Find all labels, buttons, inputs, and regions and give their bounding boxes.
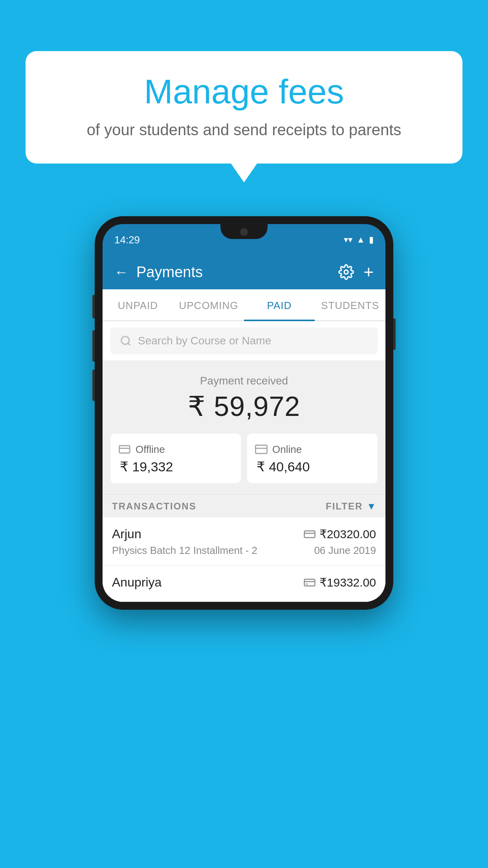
offline-payment-icon <box>304 578 316 587</box>
status-time: 14:29 <box>114 234 140 246</box>
payment-received-label: Payment received <box>110 375 378 387</box>
search-input[interactable]: Search by Course or Name <box>138 335 271 347</box>
offline-label: Offline <box>136 443 165 456</box>
offline-card-label-row: Offline <box>118 443 233 456</box>
tab-upcoming[interactable]: UPCOMING <box>173 289 244 320</box>
tab-unpaid[interactable]: UNPAID <box>103 289 173 320</box>
speech-bubble-title: Manage fees <box>49 73 439 111</box>
offline-icon <box>118 443 131 456</box>
transaction-amount: ₹20320.00 <box>319 527 376 541</box>
header-right: + <box>338 263 374 281</box>
transaction-detail: Physics Batch 12 Installment - 2 <box>112 544 257 557</box>
phone-volume-up-button <box>92 330 95 362</box>
tab-paid[interactable]: PAID <box>244 289 315 320</box>
header-left: ← Payments <box>114 264 203 281</box>
filter-icon[interactable]: ▼ <box>367 501 376 512</box>
payment-total-amount: ₹ 59,972 <box>110 390 378 423</box>
svg-rect-4 <box>255 445 267 453</box>
settings-icon[interactable] <box>338 264 354 280</box>
phone-volume-down-button <box>92 370 95 401</box>
status-icons: ▾▾ ▲ ▮ <box>344 235 374 245</box>
payment-cards: Offline ₹ 19,332 Online ₹ 40,640 <box>103 434 385 494</box>
transaction-amount-row: ₹20320.00 <box>304 527 376 541</box>
card-payment-icon <box>304 530 316 539</box>
app-header: ← Payments + <box>103 256 385 289</box>
offline-payment-card: Offline ₹ 19,332 <box>110 434 241 483</box>
transaction-bottom: Physics Batch 12 Installment - 2 06 June… <box>112 544 376 557</box>
transaction-amount: ₹19332.00 <box>319 576 376 589</box>
transactions-label: TRANSACTIONS <box>112 501 196 512</box>
app-screen: ← Payments + UNPAID UPCOMING PAID STUDEN… <box>103 256 385 602</box>
online-payment-card: Online ₹ 40,640 <box>247 434 378 483</box>
add-button[interactable]: + <box>363 263 374 281</box>
phone-power-button <box>393 318 396 350</box>
online-card-label-row: Online <box>255 443 370 456</box>
svg-point-0 <box>344 270 348 274</box>
transaction-amount-row: ₹19332.00 <box>304 576 376 589</box>
tab-students[interactable]: STUDENTS <box>315 289 385 320</box>
phone-body: 14:29 ▾▾ ▲ ▮ ← Payments + <box>95 216 393 610</box>
online-icon <box>255 443 268 456</box>
transaction-name: Anupriya <box>112 575 161 590</box>
filter-row[interactable]: FILTER ▼ <box>326 501 376 512</box>
transaction-name: Arjun <box>112 527 141 541</box>
transactions-header: TRANSACTIONS FILTER ▼ <box>103 494 385 517</box>
transaction-top: Arjun ₹20320.00 <box>112 527 376 541</box>
phone-notch <box>220 224 268 239</box>
status-bar: 14:29 ▾▾ ▲ ▮ <box>103 224 385 256</box>
svg-rect-2 <box>119 446 130 453</box>
offline-amount: ₹ 19,332 <box>118 459 233 474</box>
speech-bubble: Manage fees of your students and send re… <box>26 51 462 164</box>
wifi-icon: ▾▾ <box>344 235 352 245</box>
battery-icon: ▮ <box>369 235 374 245</box>
svg-point-1 <box>121 337 129 344</box>
transaction-date: 06 June 2019 <box>314 544 376 557</box>
speech-bubble-container: Manage fees of your students and send re… <box>26 51 462 164</box>
search-icon <box>120 335 132 347</box>
back-button[interactable]: ← <box>114 265 128 279</box>
speech-bubble-subtitle: of your students and send receipts to pa… <box>49 120 439 140</box>
svg-rect-8 <box>304 579 315 586</box>
phone-mockup: 14:29 ▾▾ ▲ ▮ ← Payments + <box>95 216 393 610</box>
front-camera <box>240 228 248 236</box>
phone-mute-button <box>92 295 95 318</box>
transaction-row[interactable]: Arjun ₹20320.00 Physics Batch 12 Install… <box>103 517 385 566</box>
search-bar[interactable]: Search by Course or Name <box>110 327 378 354</box>
transaction-row[interactable]: Anupriya ₹19332.00 <box>103 566 385 602</box>
online-amount: ₹ 40,640 <box>255 459 370 474</box>
filter-label: FILTER <box>326 501 363 512</box>
online-label: Online <box>272 443 302 456</box>
signal-icon: ▲ <box>356 235 365 245</box>
page-title: Payments <box>136 264 203 281</box>
payment-summary: Payment received ₹ 59,972 <box>103 360 385 434</box>
svg-rect-6 <box>304 531 315 537</box>
tabs-container: UNPAID UPCOMING PAID STUDENTS <box>103 289 385 321</box>
transaction-top: Anupriya ₹19332.00 <box>112 575 376 590</box>
search-container: Search by Course or Name <box>103 321 385 360</box>
